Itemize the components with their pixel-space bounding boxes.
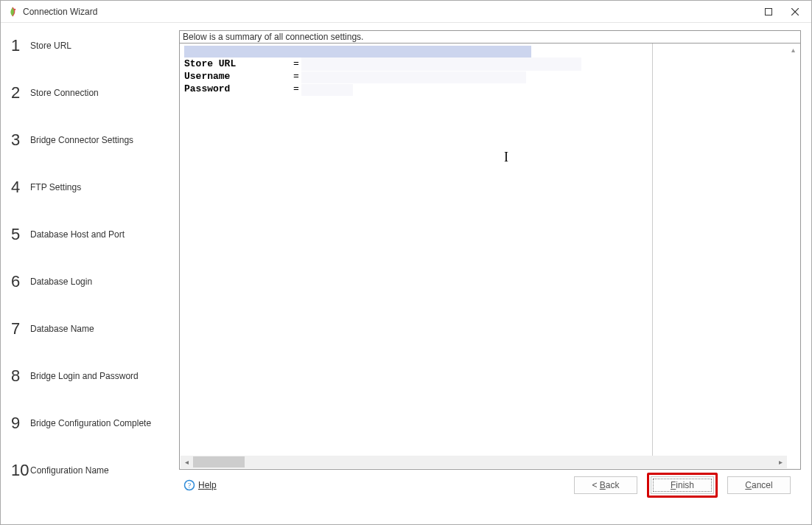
wizard-footer: ? Help < Back Finish Cancel [179, 470, 801, 507]
wizard-steps-sidebar: 1 Store URL 2 Store Connection 3 Bridge … [1, 23, 176, 524]
redacted-value [301, 58, 581, 71]
step-number: 8 [11, 366, 30, 386]
step-label: Bridge Login and Password [30, 371, 139, 381]
step-number: 10 [11, 461, 30, 480]
svg-rect-1 [766, 8, 772, 15]
main-pane: Below is a summary of all connection set… [176, 23, 811, 524]
step-7-database-name[interactable]: 7 Database Name [11, 319, 176, 338]
scroll-thumb[interactable] [193, 456, 245, 467]
summary-text-area[interactable]: Store URL = Username = Password = [180, 44, 653, 456]
step-number: 2 [11, 83, 30, 102]
redacted-value [301, 84, 353, 96]
close-button[interactable] [782, 1, 808, 22]
scroll-right-icon[interactable]: ▸ [774, 458, 787, 466]
scroll-up-icon[interactable]: ▴ [791, 44, 795, 54]
step-label: Bridge Configuration Complete [30, 418, 151, 428]
step-label: Configuration Name [30, 465, 109, 476]
step-4-ftp-settings[interactable]: 4 FTP Settings [11, 178, 176, 197]
highlighted-row [184, 46, 531, 58]
step-number: 1 [11, 36, 30, 55]
step-1-store-url[interactable]: 1 Store URL [11, 36, 176, 55]
redacted-value [301, 72, 526, 83]
step-label: Store URL [30, 41, 71, 51]
connection-wizard-window: Connection Wizard 1 Store URL 2 Store Co… [0, 0, 812, 525]
summary-val [304, 83, 652, 95]
summary-header: Below is a summary of all connection set… [179, 30, 801, 44]
step-number: 5 [11, 225, 30, 244]
content-area: 1 Store URL 2 Store Connection 3 Bridge … [1, 23, 811, 524]
step-number: 4 [11, 178, 30, 197]
app-icon [7, 6, 18, 18]
cancel-button[interactable]: Cancel [727, 476, 791, 494]
step-label: Database Host and Port [30, 229, 125, 240]
svg-text:?: ? [188, 481, 192, 490]
help-link[interactable]: ? Help [183, 479, 217, 491]
step-3-bridge-connector-settings[interactable]: 3 Bridge Connector Settings [11, 131, 176, 150]
help-icon: ? [183, 479, 195, 491]
svg-point-0 [14, 8, 16, 10]
summary-key: Store URL [184, 58, 293, 70]
step-number: 3 [11, 131, 30, 150]
summary-right-pane [653, 44, 800, 456]
step-6-database-login[interactable]: 6 Database Login [11, 272, 176, 291]
summary-box: Store URL = Username = Password = [179, 44, 801, 470]
maximize-button[interactable] [755, 1, 782, 22]
finish-button[interactable]: Finish [651, 476, 714, 494]
step-number: 6 [11, 272, 30, 291]
step-label: FTP Settings [30, 182, 81, 192]
back-button[interactable]: < Back [574, 476, 637, 494]
step-number: 7 [11, 319, 30, 338]
window-controls [755, 1, 808, 22]
step-label: Database Name [30, 324, 94, 334]
step-label: Bridge Connector Settings [30, 135, 133, 145]
step-2-store-connection[interactable]: 2 Store Connection [11, 83, 176, 102]
summary-key: Password [184, 83, 293, 95]
step-label: Database Login [30, 277, 92, 287]
scroll-left-icon[interactable]: ◂ [181, 458, 193, 466]
step-5-database-host-port[interactable]: 5 Database Host and Port [11, 225, 176, 244]
titlebar: Connection Wizard [1, 1, 811, 23]
step-number: 9 [11, 414, 30, 433]
summary-key: Username [184, 70, 293, 83]
step-label: Store Connection [30, 88, 99, 98]
vertical-scrollbar[interactable]: ▴ [787, 44, 799, 455]
window-title: Connection Wizard [23, 7, 755, 17]
help-label: Help [198, 480, 217, 490]
step-10-configuration-name[interactable]: 10 Configuration Name [11, 461, 176, 480]
horizontal-scrollbar[interactable]: ◂ ▸ [181, 456, 787, 468]
summary-inner: Store URL = Username = Password = [180, 44, 800, 456]
step-9-bridge-config-complete[interactable]: 9 Bridge Configuration Complete [11, 414, 176, 433]
text-cursor-icon: I [504, 150, 508, 165]
step-8-bridge-login-password[interactable]: 8 Bridge Login and Password [11, 366, 176, 386]
summary-row-password: Password = [180, 83, 652, 95]
